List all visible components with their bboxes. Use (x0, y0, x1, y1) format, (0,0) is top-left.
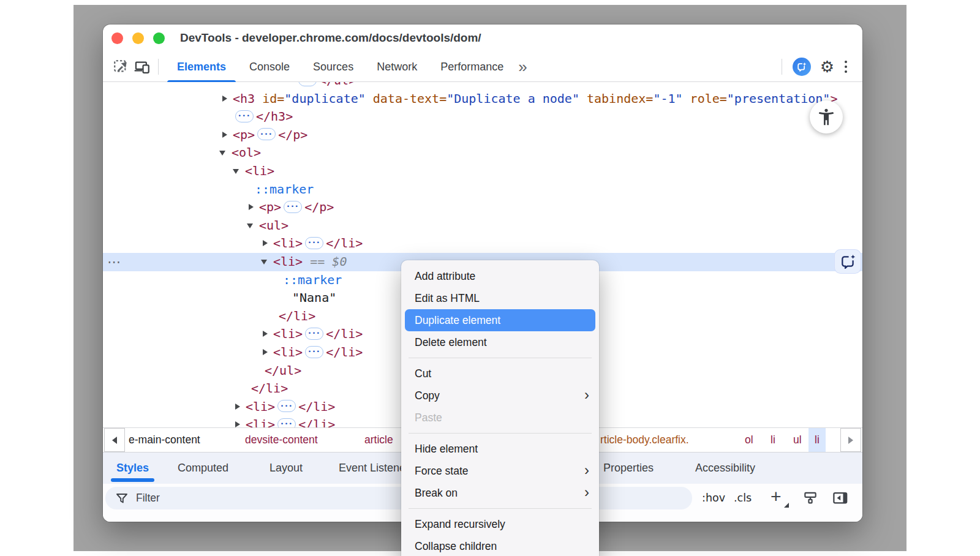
token-text: "Nana" (292, 290, 336, 305)
context-menu-item-expand-recursively[interactable]: Expand recursively (405, 513, 595, 535)
breadcrumb-item-article[interactable]: article (364, 428, 393, 452)
disclosure-arrow-icon[interactable] (235, 421, 240, 427)
context-menu-item-add-attribute[interactable]: Add attribute (405, 265, 595, 287)
disclosure-arrow-icon[interactable] (222, 132, 227, 138)
ellipsis-expand-button[interactable]: ••• (284, 201, 302, 213)
dom-tree-row[interactable]: •••</ul> (103, 82, 862, 90)
context-menu-item-delete-element[interactable]: Delete element (405, 331, 595, 353)
kebab-menu-icon[interactable] (838, 61, 854, 73)
disclosure-arrow-icon[interactable] (247, 224, 253, 228)
context-menu-item-hide-element[interactable]: Hide element (405, 438, 595, 460)
tab-elements[interactable]: Elements (177, 52, 226, 81)
breadcrumb-item-li[interactable]: li (771, 428, 775, 452)
context-menu-item-cut[interactable]: Cut (405, 363, 595, 385)
breadcrumb-item-devsite-content[interactable]: devsite-content (245, 428, 318, 452)
breadcrumb-scroll-right-button[interactable] (840, 428, 861, 452)
disclosure-arrow-icon[interactable] (219, 151, 225, 156)
context-menu-item-copy[interactable]: Copy› (405, 385, 595, 407)
dom-node-text: <p>•••</p> (233, 126, 307, 145)
ellipsis-expand-button[interactable]: ••• (305, 346, 323, 358)
disclosure-arrow-icon[interactable] (222, 96, 227, 102)
rendering-brush-icon[interactable] (802, 490, 818, 506)
token-pseudo: ::marker (255, 182, 314, 197)
context-menu-item-edit-as-html[interactable]: Edit as HTML (405, 287, 595, 309)
context-menu-item-force-state[interactable]: Force state› (405, 460, 595, 482)
row-more-actions-icon[interactable]: ⋯ (107, 253, 121, 271)
context-menu-item-collapse-children[interactable]: Collapse children (405, 535, 595, 556)
dock-side-panel-icon[interactable] (832, 490, 848, 506)
menu-item-label: Edit as HTML (415, 292, 480, 305)
dom-tree-row[interactable]: <li> (103, 162, 862, 181)
dom-node-text: <ol> (232, 144, 261, 162)
tab-sources[interactable]: Sources (313, 52, 353, 81)
ellipsis-expand-button[interactable]: ••• (257, 128, 276, 140)
token-tag: <p> (259, 200, 281, 214)
settings-gear-icon[interactable]: ⚙ (820, 59, 834, 75)
traffic-light-zoom[interactable] (153, 32, 165, 44)
disclosure-arrow-icon[interactable] (233, 169, 239, 174)
menu-item-label: Force state (415, 465, 469, 478)
breadcrumb-item-ol[interactable]: ol (745, 428, 753, 452)
dom-tree-row[interactable]: <li>•••</li> (103, 235, 862, 253)
context-menu-item-duplicate-element[interactable]: Duplicate element (405, 309, 595, 331)
menu-item-label: Expand recursively (415, 518, 505, 531)
ellipsis-expand-button[interactable]: ••• (277, 400, 296, 412)
window-titlebar: DevTools - developer.chrome.com/docs/dev… (103, 24, 862, 52)
menu-item-label: Add attribute (415, 270, 475, 283)
ellipsis-expand-button[interactable]: ••• (298, 82, 317, 86)
more-tabs-icon[interactable]: » (518, 59, 527, 75)
breadcrumb-item-li[interactable]: li (809, 428, 826, 452)
token-val: "presentation" (727, 91, 831, 106)
tab-performance[interactable]: Performance (440, 52, 503, 81)
disclosure-arrow-icon[interactable] (261, 260, 267, 265)
ellipsis-expand-button[interactable]: ••• (305, 237, 323, 249)
tab-styles[interactable]: Styles (116, 453, 149, 484)
breadcrumb-item-ul[interactable]: ul (793, 428, 802, 452)
disclosure-arrow-icon[interactable] (263, 331, 268, 337)
menu-separator (409, 358, 592, 358)
ellipsis-expand-button[interactable]: ••• (235, 110, 254, 122)
page-accessibility-widget[interactable] (810, 100, 843, 133)
dom-tree-row[interactable]: <p>•••</p> (103, 198, 862, 217)
traffic-light-close[interactable] (111, 32, 123, 44)
token-tag: <li> (273, 326, 303, 341)
disclosure-arrow-icon[interactable] (249, 204, 254, 210)
menu-separator (409, 433, 592, 434)
element-classes-button[interactable]: .cls (734, 484, 752, 512)
context-menu: Add attributeEdit as HTMLDuplicate eleme… (401, 260, 599, 556)
dom-tree-row[interactable]: •••</h3> (103, 108, 862, 126)
dom-tree-row[interactable]: ::marker (103, 181, 862, 199)
inspect-element-icon[interactable] (110, 56, 131, 77)
dom-tree-row[interactable]: <p>•••</p> (103, 126, 862, 145)
traffic-light-minimize[interactable] (132, 32, 144, 44)
toggle-element-state-button[interactable]: :hov (702, 484, 725, 512)
device-toolbar-icon[interactable] (131, 56, 152, 77)
disclosure-arrow-icon[interactable] (263, 349, 268, 355)
tab-properties[interactable]: Properties (603, 453, 654, 484)
ellipsis-expand-button[interactable]: ••• (305, 328, 323, 340)
ellipsis-expand-button[interactable]: ••• (277, 418, 296, 427)
dom-tree-row[interactable]: <ol> (103, 144, 862, 162)
ai-assistant-icon[interactable] (793, 58, 811, 76)
tab-computed[interactable]: Computed (178, 453, 228, 484)
disclosure-arrow-icon[interactable] (235, 404, 240, 410)
tab-console[interactable]: Console (249, 52, 290, 81)
token-tag: </li> (298, 417, 335, 427)
token-pseudo: ::marker (283, 272, 342, 287)
tab-layout[interactable]: Layout (270, 453, 303, 484)
ai-assistance-badge[interactable] (835, 250, 861, 273)
breadcrumb-item-rticle-body-clearfix[interactable]: rticle-body.clearfix. (600, 428, 689, 452)
tab-network[interactable]: Network (377, 52, 417, 81)
token-attr: role= (683, 91, 727, 106)
context-menu-item-break-on[interactable]: Break on› (405, 482, 595, 504)
tab-accessibility[interactable]: Accessibility (695, 453, 755, 484)
token-tag: <li> (273, 254, 303, 269)
disclosure-arrow-icon[interactable] (263, 240, 268, 246)
breadcrumb-item-e-main-content[interactable]: e-main-content (129, 428, 200, 452)
breadcrumb-scroll-left-button[interactable] (104, 428, 125, 452)
dom-tree-row[interactable]: <h3 id="duplicate" data-text="Duplicate … (103, 90, 862, 108)
dom-node-text: <li> (245, 162, 274, 181)
new-style-rule-button[interactable]: + (771, 484, 782, 512)
dom-tree-row[interactable]: <ul> (103, 217, 862, 235)
styles-filter-input[interactable]: Filter (105, 487, 692, 509)
